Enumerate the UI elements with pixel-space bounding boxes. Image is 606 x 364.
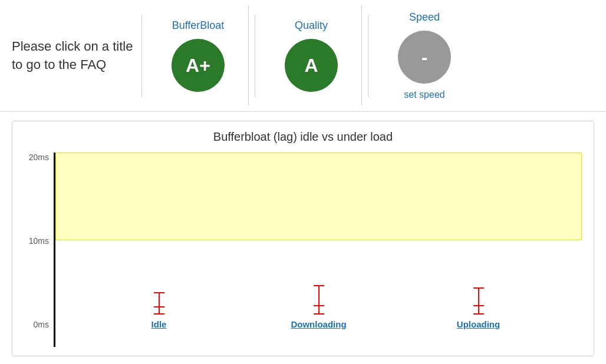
downloading-error-cap-bottom [314,313,324,315]
downloading-error-line-top [318,286,320,305]
downloading-error-bar [314,285,324,315]
uploading-error-cap-bottom [473,313,484,315]
uploading-error-bar [473,287,484,315]
chart-container: Bufferbloat (lag) idle vs under load 20m… [12,121,594,356]
chart-area: 20ms 10ms 0ms [24,153,582,347]
header-section: Please click on a title to go to the FAQ… [0,0,606,112]
y-label-20: 20ms [29,153,49,162]
idle-label[interactable]: Idle [152,319,167,329]
divider-2 [255,15,255,97]
downloading-label[interactable]: Downloading [291,319,346,329]
bufferbloat-title[interactable]: BufferBloat [172,19,225,32]
uploading-bar-group: Uploading [443,315,514,329]
y-label-0: 0ms [34,320,49,329]
idle-error-line-top [159,293,160,306]
uploading-error-line-top [478,289,479,305]
idle-bar-group: Idle [124,315,195,329]
idle-error-bar [154,292,164,315]
downloading-error-line-bottom [318,306,320,313]
y-axis: 20ms 10ms 0ms [24,153,54,347]
quality-title[interactable]: Quality [295,19,328,32]
downloading-bar-group: Downloading [284,315,354,329]
speed-grade-circle: - [398,31,451,84]
y-label-10: 10ms [29,236,49,246]
bufferbloat-column: BufferBloat A+ [148,6,249,105]
quality-grade: A [304,55,318,77]
bars-wrapper: Idle Downloading [55,153,582,329]
speed-title[interactable]: Speed [409,11,440,24]
quality-grade-circle: A [285,39,338,92]
divider-3 [368,15,368,97]
set-speed-link[interactable]: set speed [404,90,444,100]
intro-text: Please click on a title to go to the FAQ [12,38,136,74]
chart-inner: Idle Downloading [54,153,582,347]
uploading-label[interactable]: Uploading [457,319,500,329]
uploading-error-line-bottom [478,306,479,313]
bufferbloat-grade: A+ [186,55,210,77]
bufferbloat-grade-circle: A+ [172,39,225,92]
speed-column: Speed - set speed [374,6,475,105]
divider-1 [141,15,142,97]
idle-error-line-bottom [159,307,160,313]
chart-title: Bufferbloat (lag) idle vs under load [24,130,582,144]
idle-error-cap-bottom [154,313,164,315]
speed-grade: - [421,47,428,68]
quality-column: Quality A [261,6,362,105]
